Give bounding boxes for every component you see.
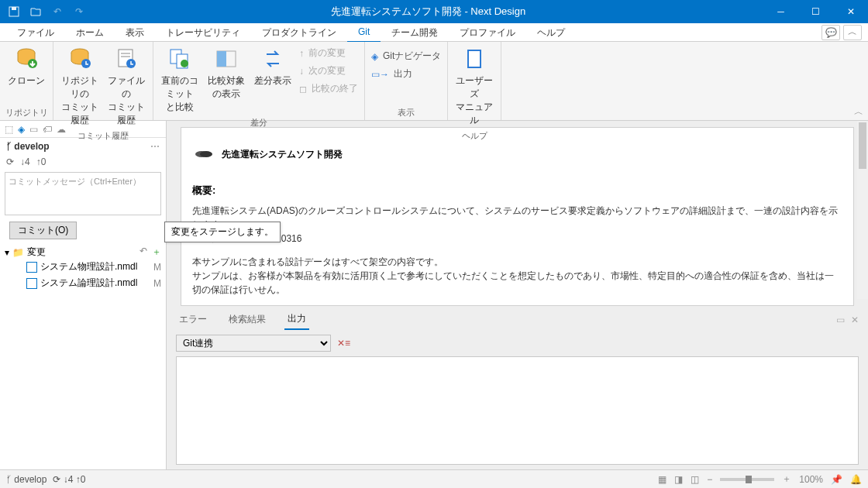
menu-traceability[interactable]: トレーサビリティ	[155, 23, 251, 42]
sync-icon[interactable]: ⟳	[6, 156, 14, 167]
bottom-tabs: エラー 検索結果 出力 ▭ ✕	[167, 306, 868, 330]
svg-rect-14	[217, 51, 226, 67]
book-icon	[462, 46, 487, 71]
file-history-button[interactable]: ファイルの コミット履歴	[103, 43, 150, 130]
doc-diff-icon	[167, 46, 192, 71]
tab-output[interactable]: 出力	[284, 309, 309, 330]
swap-icon	[260, 46, 285, 71]
chat-icon[interactable]: 💬	[822, 25, 840, 40]
maximize-button[interactable]: ☐	[798, 0, 833, 23]
output-textarea[interactable]	[176, 356, 859, 465]
document-editor: 先進運転システムソフト開発 概要: 先進運転システム(ADAS)のクルーズコント…	[181, 127, 854, 306]
status-branch[interactable]: ᚶ develop	[6, 474, 46, 485]
commit-message-input[interactable]: コミットメッセージ（Ctrl+Enter）	[5, 172, 161, 215]
stop-icon: ◻	[299, 84, 307, 95]
user-manual-button[interactable]: ユーザーズ マニュアル	[451, 43, 498, 130]
current-branch[interactable]: ᚶ develop	[6, 141, 50, 152]
changes-folder[interactable]: ▾ 📁 変更	[5, 246, 46, 259]
tag-icon[interactable]: 🏷	[43, 124, 52, 135]
panel-close-icon[interactable]: ✕	[851, 314, 859, 325]
folder-icon[interactable]	[28, 4, 43, 19]
prev-change-button[interactable]: ↑前の変更	[299, 46, 358, 60]
box-icon[interactable]: ⬚	[5, 124, 13, 135]
end-compare-button[interactable]: ◻比較の終了	[299, 82, 358, 95]
panel-layout-icon[interactable]: ▭	[836, 314, 845, 325]
arrow-up-icon: ↑	[299, 48, 304, 59]
branch-icon[interactable]: ◈	[18, 124, 25, 135]
more-icon[interactable]: ⋯	[150, 141, 160, 152]
changed-file[interactable]: システム論理設計.nmdlM	[5, 275, 161, 291]
close-button[interactable]: ✕	[833, 0, 868, 23]
scrollbar[interactable]	[857, 121, 868, 299]
redo-icon[interactable]: ↷	[71, 4, 87, 19]
split-icon	[214, 46, 239, 71]
file-icon	[26, 262, 37, 273]
undo-icon[interactable]: ↶	[140, 246, 147, 259]
svg-rect-16	[469, 51, 480, 67]
svg-point-18	[200, 151, 212, 157]
changed-file[interactable]: システム物理設計.nmdlM	[5, 259, 161, 275]
db-hist-icon	[67, 46, 92, 71]
db-down-icon	[14, 46, 39, 71]
window-title: 先進運転システムソフト開発 - Next Design	[93, 5, 763, 19]
stash-icon[interactable]: ▭	[29, 124, 38, 135]
zoom-out-icon[interactable]: −	[707, 474, 712, 485]
save-icon[interactable]	[6, 4, 22, 19]
menu-file[interactable]: ファイル	[6, 23, 65, 42]
menu-team[interactable]: チーム開発	[381, 23, 449, 42]
pin-icon[interactable]: 📌	[831, 474, 842, 485]
menu-profile[interactable]: プロファイル	[449, 23, 526, 42]
svg-rect-1	[12, 7, 16, 10]
next-change-button[interactable]: ↓次の変更	[299, 64, 358, 77]
file-icon	[26, 278, 37, 289]
undo-icon[interactable]: ↶	[50, 4, 65, 19]
out-icon: ▭→	[371, 69, 389, 80]
tooltip: 変更をステージします。	[164, 222, 281, 242]
tab-error[interactable]: エラー	[176, 310, 210, 329]
tab-search[interactable]: 検索結果	[226, 310, 269, 329]
titlebar: ↶ ↷ 先進運転システムソフト開発 - Next Design ─ ☐ ✕	[0, 0, 868, 23]
arrow-down-icon: ↓	[299, 66, 304, 77]
notification-icon[interactable]: 🔔	[850, 474, 862, 485]
file-hist-icon	[114, 46, 139, 71]
stage-all-icon[interactable]: ＋	[152, 246, 161, 259]
outgoing-count: ↑0	[36, 156, 46, 167]
svg-point-12	[181, 60, 188, 67]
menu-help[interactable]: ヘルプ	[526, 23, 576, 42]
repo-history-button[interactable]: リポジトリの コミット履歴	[57, 43, 103, 130]
menu-productline[interactable]: プロダクトライン	[251, 23, 347, 42]
commit-button[interactable]: コミット(O)	[9, 222, 77, 239]
compare-target-button[interactable]: 比較対象 の表示	[203, 43, 250, 104]
compare-prev-button[interactable]: 直前のコミット と比較	[157, 43, 203, 117]
git-panel: ⬚ ◈ ▭ 🏷 ☁ ᚶ develop ⋯ ⟳ ↓4 ↑0 コミットメッセージ（…	[0, 121, 167, 469]
menubar: ファイル ホーム 表示 トレーサビリティ プロダクトライン Git チーム開発 …	[0, 23, 868, 42]
show-diff-button[interactable]: 差分表示	[250, 43, 296, 91]
minimize-button[interactable]: ─	[763, 0, 798, 23]
output-button[interactable]: ▭→出力	[371, 67, 441, 81]
clear-icon[interactable]: ✕≡	[337, 338, 350, 349]
menu-git[interactable]: Git	[347, 22, 381, 43]
ribbon: クローン リポジトリ リポジトリの コミット履歴 ファイルの コミット履歴 コミ…	[0, 42, 868, 121]
zoom-level[interactable]: 100%	[799, 474, 823, 485]
ribbon-collapse-icon[interactable]: ︿	[854, 105, 863, 119]
project-icon	[192, 143, 214, 165]
branch-icon: ◈	[371, 51, 378, 62]
menu-view[interactable]: 表示	[115, 23, 155, 42]
layout-icon[interactable]: ▦	[658, 474, 666, 485]
doc-section-heading: 概要:	[192, 184, 842, 198]
layout-icon[interactable]: ◫	[691, 474, 699, 485]
doc-title: 先進運転システムソフト開発	[192, 143, 842, 165]
layout-icon[interactable]: ◨	[674, 474, 683, 485]
git-navigator-button[interactable]: ◈Gitナビゲータ	[371, 50, 441, 63]
menu-home[interactable]: ホーム	[65, 23, 115, 42]
incoming-count: ↓4	[20, 156, 30, 167]
status-sync[interactable]: ⟳ ↓4 ↑0	[53, 474, 85, 485]
chevron-up-icon[interactable]: ︿	[843, 25, 862, 40]
zoom-in-icon[interactable]: ＋	[782, 473, 791, 486]
statusbar: ᚶ develop ⟳ ↓4 ↑0 ▦ ◨ ◫ − ＋ 100% 📌 🔔	[0, 469, 868, 488]
output-filter-select[interactable]: Git連携	[176, 335, 331, 352]
clone-button[interactable]: クローン	[3, 43, 50, 91]
